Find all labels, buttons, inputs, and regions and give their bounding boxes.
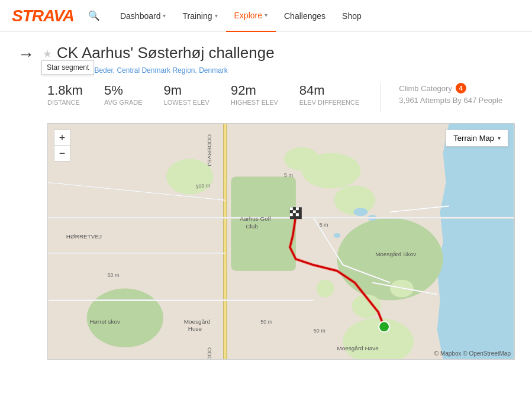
stat-elev-diff: 84m Elev Difference (299, 83, 359, 106)
svg-rect-36 (290, 207, 293, 210)
svg-text:Moesgård: Moesgård (184, 318, 210, 325)
stat-avg-grade: 5% Avg Grade (104, 83, 143, 106)
svg-point-13 (353, 208, 367, 216)
back-arrow-icon[interactable]: → (18, 45, 34, 64)
svg-text:Hørret skov: Hørret skov (90, 318, 120, 325)
svg-rect-43 (293, 213, 296, 216)
nav-shop[interactable]: Shop (334, 0, 370, 32)
stat-highest-elev: 92m Highest Elev (231, 83, 278, 106)
svg-rect-38 (293, 210, 296, 213)
svg-rect-44 (296, 213, 299, 216)
chevron-down-icon: ▾ (163, 12, 166, 19)
svg-text:Huse: Huse (188, 325, 202, 332)
climb-category-badge: 4 (456, 83, 466, 93)
svg-text:Moesgård Skov: Moesgård Skov (375, 251, 416, 257)
svg-text:Club: Club (246, 223, 258, 230)
svg-text:ODDERVEJ: ODDERVEJ (207, 134, 213, 166)
breadcrumb-location[interactable]: Beder, Central Denmark Region, Denmark (94, 66, 227, 75)
breadcrumb: Ride Segment Beder, Central Denmark Regi… (47, 66, 514, 75)
svg-rect-37 (296, 207, 299, 210)
stat-distance: 1.8km Distance (47, 83, 83, 106)
svg-point-12 (317, 280, 334, 298)
stats-row: 1.8km Distance 5% Avg Grade 9m Lowest El… (47, 83, 514, 112)
main-nav: STRAVA 🔍 Dashboard ▾ Training ▾ Explore … (0, 0, 532, 32)
map-controls: + − (54, 130, 70, 162)
zoom-in-button[interactable]: + (54, 130, 70, 146)
svg-point-9 (284, 147, 320, 171)
svg-text:ODDERVEJ: ODDERVEJ (207, 347, 213, 359)
svg-rect-39 (293, 207, 296, 210)
title-row: → ★ Star segment CK Aarhus' Søsterhøj ch… (18, 44, 514, 64)
svg-text:Moesgård Have: Moesgård Have (337, 345, 379, 351)
nav-training[interactable]: Training ▾ (174, 0, 225, 32)
nav-explore[interactable]: Explore ▾ (226, 0, 276, 32)
map-svg: HØRRETVEJ ODDERVEJ ODDERVEJ Aarhus Golf … (48, 124, 514, 359)
svg-rect-42 (290, 213, 293, 216)
climb-section: Climb Category 4 3,961 Attempts By 647 P… (399, 83, 502, 105)
svg-point-15 (334, 233, 341, 238)
svg-point-34 (379, 321, 389, 332)
terrain-map-button[interactable]: Terrain Map ▾ (446, 130, 508, 147)
stat-lowest-elev: 9m Lowest Elev (164, 83, 209, 106)
nav-dashboard[interactable]: Dashboard ▾ (112, 0, 175, 32)
svg-rect-41 (290, 210, 293, 213)
svg-rect-4 (231, 177, 295, 271)
chevron-down-icon: ▾ (215, 12, 218, 19)
nav-challenges[interactable]: Challenges (276, 0, 334, 32)
nav-items: Dashboard ▾ Training ▾ Explore ▾ Challen… (112, 0, 370, 32)
star-wrapper: ★ Star segment (43, 44, 57, 60)
zoom-out-button[interactable]: − (54, 146, 70, 161)
map-container: HØRRETVEJ ODDERVEJ ODDERVEJ Aarhus Golf … (47, 123, 515, 360)
svg-text:Aarhus Golf: Aarhus Golf (240, 215, 271, 222)
chevron-down-icon: ▾ (265, 12, 267, 18)
stat-divider (381, 83, 381, 112)
strava-logo: STRAVA (12, 7, 74, 25)
climb-attempts: 3,961 Attempts By 647 People (399, 96, 502, 105)
svg-text:50 m: 50 m (260, 319, 272, 325)
page-content: → ★ Star segment CK Aarhus' Søsterhøj ch… (0, 32, 532, 372)
star-tooltip: Star segment (41, 60, 94, 75)
star-icon[interactable]: ★ (43, 47, 52, 60)
svg-rect-40 (296, 210, 299, 213)
svg-text:50 m: 50 m (314, 328, 325, 334)
svg-text:5 m: 5 m (284, 172, 293, 178)
svg-marker-1 (437, 124, 514, 359)
map-attribution: © Mapbox © OpenStreetMap (434, 350, 511, 357)
svg-text:50 m: 50 m (107, 272, 119, 278)
chevron-down-icon: ▾ (498, 135, 501, 141)
svg-point-2 (337, 218, 443, 300)
svg-text:HØRRETVEJ: HØRRETVEJ (66, 233, 102, 240)
segment-title: CK Aarhus' Søsterhøj challenge (57, 44, 275, 62)
svg-text:5 m: 5 m (320, 222, 328, 228)
search-icon[interactable]: 🔍 (88, 10, 100, 21)
